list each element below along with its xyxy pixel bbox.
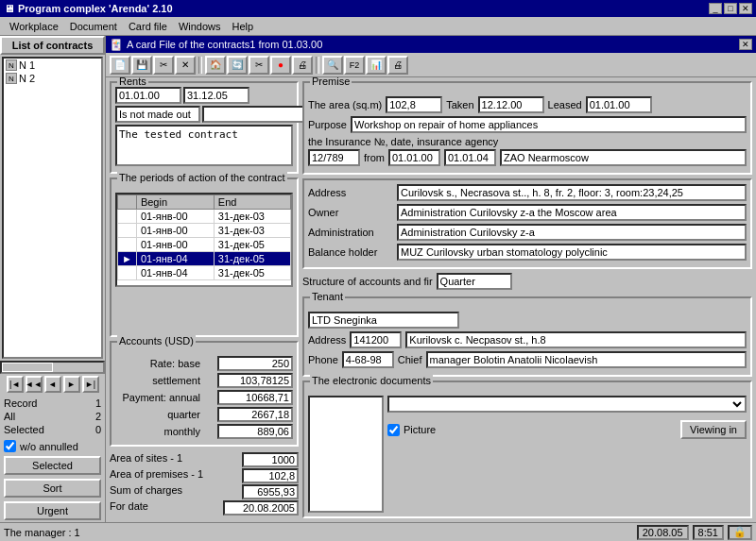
rate-value[interactable] xyxy=(217,356,293,371)
tenant-label: Tenant xyxy=(310,291,345,302)
annulled-checkbox[interactable] xyxy=(4,440,16,452)
insurance-agency[interactable] xyxy=(500,149,747,166)
owner-value[interactable] xyxy=(397,204,747,221)
status-icon: 🔒 xyxy=(728,525,752,540)
nav-next[interactable]: ►| xyxy=(82,376,99,393)
picture-checkbox[interactable] xyxy=(387,424,400,436)
tenant-address-value[interactable] xyxy=(405,331,747,348)
annulled-row: w/o annulled xyxy=(0,438,105,454)
toolbar-printer2[interactable]: 🖨 xyxy=(387,56,408,75)
settlement-label: settlement xyxy=(115,375,200,386)
maximize-button[interactable]: □ xyxy=(724,3,737,14)
monthly-value[interactable] xyxy=(217,424,293,439)
toolbar-scissors[interactable]: ✂ xyxy=(249,56,269,75)
admin-value[interactable] xyxy=(397,224,747,241)
status-date: 20.08.05 xyxy=(637,525,689,540)
quarter-label: quarter xyxy=(115,409,200,420)
nav-first[interactable]: |◄ xyxy=(7,376,24,393)
toolbar-red[interactable]: ● xyxy=(270,56,291,75)
card-close-button[interactable]: ✕ xyxy=(739,39,752,50)
rents-date-from[interactable] xyxy=(115,87,181,104)
structure-value[interactable] xyxy=(437,273,512,290)
list-title: List of contracts xyxy=(0,36,105,55)
urgent-button[interactable]: Urgent xyxy=(4,501,101,520)
selected-button[interactable]: Selected xyxy=(4,456,101,475)
toolbar-chart[interactable]: 📊 xyxy=(366,56,387,75)
toolbar-save[interactable]: 💾 xyxy=(131,56,152,75)
quarter-value[interactable] xyxy=(217,407,293,422)
nav-prev[interactable]: ◄◄ xyxy=(26,376,43,393)
tenant-postal[interactable] xyxy=(350,331,402,348)
viewing-button[interactable]: Viewing in xyxy=(680,420,747,439)
list-item[interactable]: N N 1 xyxy=(4,59,101,72)
toolbar-refresh[interactable]: 🔄 xyxy=(227,56,248,75)
toolbar-f2[interactable]: F2 xyxy=(344,56,365,75)
sort-button[interactable]: Sort xyxy=(4,479,101,498)
left-panel: List of contracts N N 1 N N 2 |◄ ◄◄ ◄ ► … xyxy=(0,36,106,522)
record-value: 1 xyxy=(95,397,101,409)
for-date-value[interactable] xyxy=(223,500,299,516)
area-sites-value[interactable] xyxy=(242,452,299,467)
list-item[interactable]: N N 2 xyxy=(4,72,101,85)
balance-value[interactable] xyxy=(397,244,747,261)
toolbar-cut[interactable]: ✂ xyxy=(153,56,174,75)
toolbar-new[interactable]: 📄 xyxy=(110,56,130,75)
area-premises-label: Area of premises - 1 xyxy=(110,468,203,483)
menu-cardfile[interactable]: Card file xyxy=(123,20,173,33)
nav-step-next[interactable]: ► xyxy=(63,376,80,393)
sum-charges-value[interactable] xyxy=(242,484,299,499)
tenant-chief-value[interactable] xyxy=(426,351,747,368)
rents-text[interactable] xyxy=(115,125,293,166)
taken-value[interactable] xyxy=(478,96,544,113)
menu-help[interactable]: Help xyxy=(227,20,260,33)
purpose-value[interactable] xyxy=(351,116,747,133)
tenant-chief-label: Chief xyxy=(398,354,422,365)
payment-annual-value[interactable] xyxy=(217,390,293,405)
toolbar-search[interactable]: 🔍 xyxy=(322,56,343,75)
row-indicator xyxy=(118,266,137,280)
premise-section: Premise The area (sq.m) Taken Leased Pur… xyxy=(302,81,752,175)
minimize-button[interactable]: _ xyxy=(709,3,722,14)
table-row[interactable]: ► 01-янв-04 31-дек-05 xyxy=(118,252,291,266)
balance-label: Balance holder xyxy=(308,246,393,258)
tenant-name[interactable] xyxy=(308,312,459,329)
for-date-row: For date xyxy=(110,500,299,516)
rate-label: Rate: base xyxy=(115,358,200,369)
toolbar-print[interactable]: 🖨 xyxy=(292,56,313,75)
table-row[interactable]: 01-янв-00 31-дек-05 xyxy=(118,238,291,252)
rents-status[interactable] xyxy=(115,106,200,123)
area-sq-value[interactable] xyxy=(386,96,442,113)
tenant-phone-value[interactable] xyxy=(342,351,394,368)
tenant-phone-label: Phone xyxy=(308,354,338,365)
leased-value[interactable] xyxy=(586,96,652,113)
insurance-label-row: the Insurance №, date, insurance agency xyxy=(308,136,747,147)
toolbar-delete[interactable]: ✕ xyxy=(175,56,196,75)
area-sq-label: The area (sq.m) xyxy=(308,99,382,110)
insurance-no[interactable] xyxy=(308,149,360,166)
tenant-address-label: Address xyxy=(308,334,346,346)
address-main-row: Address xyxy=(308,184,747,201)
close-button[interactable]: ✕ xyxy=(739,3,752,14)
area-section: Area of sites - 1 Area of premises - 1 S… xyxy=(110,450,299,518)
table-row[interactable]: 01-янв-00 31-дек-03 xyxy=(118,210,291,224)
rents-date-to[interactable] xyxy=(183,87,249,104)
area-premises-value[interactable] xyxy=(242,468,299,483)
toolbar-sep2 xyxy=(316,57,319,74)
address-value[interactable] xyxy=(397,184,747,201)
menu-windows[interactable]: Windows xyxy=(173,20,227,33)
nav-controls: |◄ ◄◄ ◄ ► ►| xyxy=(0,374,105,395)
area-sites-label: Area of sites - 1 xyxy=(110,452,182,467)
table-row[interactable]: 01-янв-04 31-дек-05 xyxy=(118,266,291,280)
menu-workplace[interactable]: Workplace xyxy=(4,20,64,33)
purpose-label: Purpose xyxy=(308,119,347,130)
area-premises-row: Area of premises - 1 xyxy=(110,468,299,483)
insurance-date1[interactable] xyxy=(388,149,440,166)
nav-step-prev[interactable]: ◄ xyxy=(44,376,61,393)
electronic-dropdown[interactable] xyxy=(387,396,747,413)
menu-document[interactable]: Document xyxy=(64,20,123,33)
insurance-date2[interactable] xyxy=(444,149,496,166)
electronic-label: The electronic documents xyxy=(310,375,433,386)
settlement-value[interactable] xyxy=(217,373,293,388)
toolbar-home[interactable]: 🏠 xyxy=(205,56,226,75)
table-row[interactable]: 01-янв-00 31-дек-03 xyxy=(118,224,291,238)
